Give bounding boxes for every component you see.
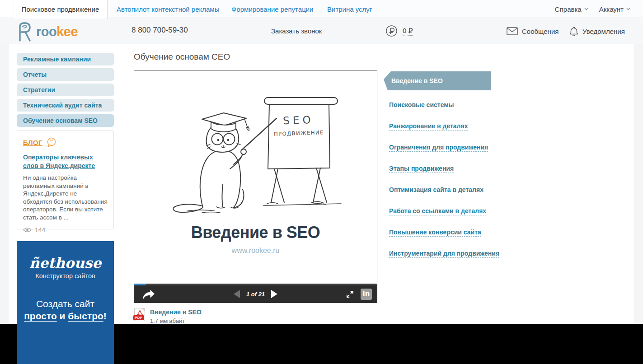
sidebar-nav: Рекламные кампании Отчеты Стратегии Техн… bbox=[17, 53, 114, 130]
player-controls: 1 of 21 in bbox=[134, 285, 377, 303]
lesson-link-link-building[interactable]: Работа со ссылками в деталях bbox=[389, 207, 486, 215]
top-nav-corner bbox=[0, 0, 13, 18]
account-menu[interactable]: Аккаунт bbox=[599, 5, 630, 13]
lesson-list: Поисковые системы Ранжирование в деталях… bbox=[389, 101, 502, 258]
help-menu[interactable]: Справка bbox=[555, 5, 588, 13]
lesson-link-tools[interactable]: Инструментарий для продвижения bbox=[389, 250, 499, 258]
pdf-download-link[interactable]: Введение в SEO bbox=[150, 308, 202, 316]
balance-amount[interactable]: 0 bbox=[403, 27, 413, 36]
lesson-link-promotion-limits[interactable]: Ограничения для продвижения bbox=[389, 144, 488, 152]
pdf-attachment: PDF Введение в SEO 1.7 мегабайт bbox=[134, 308, 202, 324]
slide-view[interactable]: SEO ПРОДВИЖЕНИЕ Введение в SEO www.rooke… bbox=[134, 70, 377, 284]
tab-reputation[interactable]: Формирование репутации bbox=[231, 0, 313, 18]
slide-title: Введение в SEO bbox=[134, 223, 377, 242]
header: rookee 8 800 700-59-30 Заказать звонок 0 bbox=[0, 19, 643, 44]
fullscreen-button[interactable] bbox=[346, 290, 354, 298]
rookee-logo-text: rookee bbox=[36, 24, 78, 39]
speech-bubble-icon: ” bbox=[46, 137, 57, 147]
tab-label: Поисковое продвижение bbox=[22, 5, 99, 13]
chevron-down-icon bbox=[584, 8, 588, 10]
lesson-link-ranking-details[interactable]: Ранжирование в деталях bbox=[389, 122, 468, 131]
blog-excerpt: Ни одна настройка рекламных кампаний в Я… bbox=[23, 174, 108, 221]
messages-button[interactable]: Сообщения bbox=[507, 27, 559, 35]
player-controls-right: in bbox=[346, 289, 372, 300]
top-nav: Поисковое продвижение Автопилот контекст… bbox=[0, 0, 643, 18]
slide-counter: 1 of 21 bbox=[246, 291, 265, 298]
ruble-icon bbox=[385, 25, 398, 37]
rookee-logo[interactable]: rookee bbox=[16, 22, 78, 42]
sidebar-item-campaigns[interactable]: Рекламные кампании bbox=[17, 53, 114, 65]
lesson-link-site-optimization[interactable]: Оптимизация сайта в деталях bbox=[389, 186, 483, 194]
order-call-link[interactable]: Заказать звонок bbox=[271, 27, 322, 35]
nethouse-logo: ñethouse bbox=[17, 255, 114, 271]
sidebar-item-reports[interactable]: Отчеты bbox=[17, 68, 114, 81]
main-panel: Рекламные кампании Отчеты Стратегии Техн… bbox=[9, 44, 634, 324]
views-count: 144 bbox=[35, 226, 45, 233]
acrobat-glyph bbox=[137, 310, 143, 315]
share-button[interactable] bbox=[141, 289, 155, 299]
expand-icon bbox=[346, 290, 354, 298]
screen: Поисковое продвижение Автопилот контекст… bbox=[0, 0, 643, 364]
page-title: Обучение основам СЕО bbox=[134, 52, 230, 62]
pdf-badge: PDF bbox=[133, 315, 144, 320]
blog-article-link[interactable]: Операторы ключевых слов в Яндекс.директе bbox=[23, 153, 108, 170]
board-text-seo: SEO bbox=[283, 114, 314, 126]
notifications-label: Уведомления bbox=[582, 28, 625, 35]
phone-link[interactable]: 8 800 700-59-30 bbox=[131, 26, 188, 36]
banner-line1: Создать сайт bbox=[17, 299, 114, 309]
sidebar-item-seo-training[interactable]: Обучение основам SEO bbox=[17, 114, 114, 127]
banner-subtitle: Конструктор сайтов bbox=[17, 272, 114, 280]
lesson-link-conversion[interactable]: Повышение конверсии сайта bbox=[389, 229, 481, 237]
notifications-button[interactable]: Уведомления bbox=[569, 26, 625, 36]
tab-services-showcase[interactable]: Витрина услуг bbox=[327, 0, 372, 18]
lessons-menu: Введение в SEO Поисковые системы Ранжиро… bbox=[384, 71, 502, 271]
next-slide-button[interactable] bbox=[271, 290, 277, 298]
tab-search-promotion[interactable]: Поисковое продвижение bbox=[14, 0, 108, 19]
slide-pager: 1 of 21 bbox=[134, 285, 377, 303]
tab-context-ads-autopilot[interactable]: Автопилот контекстной рекламы bbox=[117, 0, 219, 18]
blog-header: БЛОГ ” bbox=[23, 137, 108, 147]
lesson-link-search-engines[interactable]: Поисковые системы bbox=[389, 101, 454, 109]
banner-line2: просто и быстро! bbox=[17, 311, 114, 322]
lesson-link-promotion-stages[interactable]: Этапы продвижения bbox=[389, 165, 454, 173]
sidebar-item-tech-audit[interactable]: Технический аудит сайта bbox=[17, 99, 114, 112]
lesson-active-intro-seo[interactable]: Введение в SEO bbox=[384, 71, 491, 90]
svg-text:”: ” bbox=[50, 139, 53, 146]
slide-url: www.rookee.ru bbox=[134, 247, 377, 255]
browser-page: Поисковое продвижение Автопилот контекст… bbox=[0, 0, 643, 324]
chevron-down-icon bbox=[626, 8, 630, 10]
help-label: Справка bbox=[555, 5, 582, 13]
nethouse-ad-banner[interactable]: ñethouse Конструктор сайтов Создать сайт… bbox=[17, 241, 114, 364]
share-arrow-icon bbox=[141, 289, 155, 299]
ruble-sign bbox=[408, 28, 413, 33]
pdf-info: Введение в SEO 1.7 мегабайт bbox=[150, 308, 202, 324]
account-label: Аккаунт bbox=[599, 5, 624, 13]
blog-views: 144 bbox=[23, 226, 108, 233]
top-nav-right: Справка Аккаунт bbox=[555, 0, 630, 18]
blog-link[interactable]: БЛОГ bbox=[23, 139, 42, 146]
envelope-icon bbox=[507, 27, 518, 35]
board-text-promotion: ПРОДВИЖЕНИЕ bbox=[274, 129, 324, 137]
rookee-logo-icon bbox=[16, 22, 33, 42]
pdf-file-icon: PDF bbox=[134, 308, 145, 321]
pdf-file-size: 1.7 мегабайт bbox=[150, 317, 202, 324]
previous-slide-button[interactable] bbox=[234, 290, 240, 298]
messages-label: Сообщения bbox=[522, 28, 559, 35]
bell-icon bbox=[569, 26, 578, 36]
blog-card: БЛОГ ” Операторы ключевых слов в Яндекс.… bbox=[17, 130, 114, 229]
linkedin-button[interactable]: in bbox=[361, 289, 372, 300]
balance: 0 bbox=[385, 25, 413, 37]
slide-illustration: SEO ПРОДВИЖЕНИЕ bbox=[134, 76, 377, 225]
sidebar-item-strategies[interactable]: Стратегии bbox=[17, 84, 114, 96]
slideshare-player: SEO ПРОДВИЖЕНИЕ Введение в SEO www.rooke… bbox=[134, 70, 377, 303]
eye-icon bbox=[23, 227, 32, 233]
